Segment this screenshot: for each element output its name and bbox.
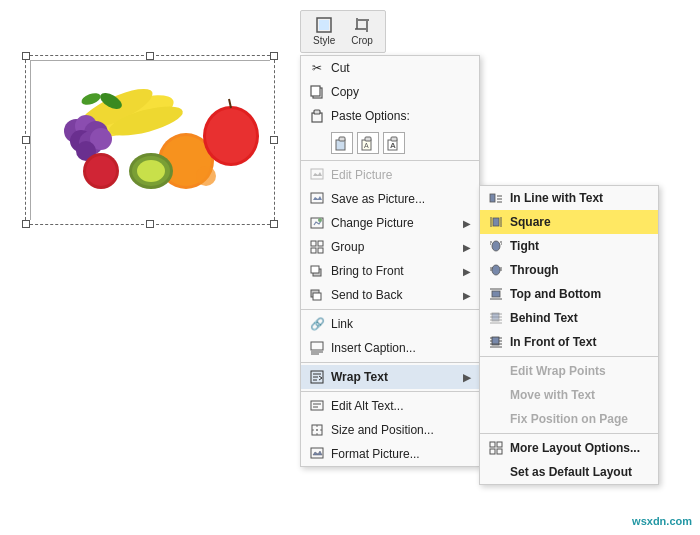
menu-item-bring-to-front[interactable]: Bring to Front ▶ [301,259,479,283]
handle-bottom-left[interactable] [22,220,30,228]
svg-rect-35 [339,137,345,141]
top-bottom-wrap-icon [486,286,506,302]
svg-point-45 [318,218,322,222]
svg-point-20 [86,156,116,186]
separator-4 [301,391,479,392]
svg-point-76 [492,241,500,251]
fix-position-icon [486,411,506,427]
svg-rect-54 [311,342,323,350]
send-to-back-icon [307,287,327,303]
svg-rect-46 [311,241,316,246]
inline-wrap-icon [486,190,506,206]
menu-item-group[interactable]: Group ▶ [301,235,479,259]
menu-item-wrap-text[interactable]: Wrap Text ▶ In Line with Text Square [301,365,479,389]
paste-keep-source[interactable] [331,132,353,154]
menu-item-size-and-position[interactable]: Size and Position... [301,418,479,442]
in-front-wrap-icon [486,334,506,350]
separator-3 [301,362,479,363]
handle-bottom-right[interactable] [270,220,278,228]
toolbar: Style Crop [300,10,386,53]
submenu-separator-2 [480,433,658,434]
submenu-item-square[interactable]: Square [480,210,658,234]
submenu-item-behind-text[interactable]: Behind Text [480,306,658,330]
size-position-icon [307,422,327,438]
menu-item-change-picture[interactable]: Change Picture ▶ [301,211,479,235]
link-icon: 🔗 [307,316,327,332]
svg-rect-103 [311,401,323,410]
handle-top-right[interactable] [270,52,278,60]
more-layout-icon [486,440,506,456]
handle-top-left[interactable] [22,52,30,60]
handle-middle-left[interactable] [22,136,30,144]
handle-bottom-middle[interactable] [146,220,154,228]
svg-rect-65 [493,218,499,226]
submenu-item-top-bottom[interactable]: Top and Bottom [480,282,658,306]
paste-merge-format[interactable]: A [357,132,379,154]
wrap-text-submenu: In Line with Text Square Tight [479,185,659,485]
send-to-back-arrow: ▶ [463,290,471,301]
move-with-text-icon [486,387,506,403]
wrap-text-icon [307,369,327,385]
handle-top-middle[interactable] [146,52,154,60]
crop-button[interactable]: Crop [347,15,377,48]
group-arrow: ▶ [463,242,471,253]
submenu-item-more-layout[interactable]: More Layout Options... [480,436,658,460]
svg-rect-48 [311,248,316,253]
menu-item-save-as-picture[interactable]: Save as Picture... [301,187,479,211]
through-wrap-icon [486,262,506,278]
behind-text-wrap-icon [486,310,506,326]
svg-rect-25 [319,20,329,30]
menu-item-cut[interactable]: ✂ Cut [301,56,479,80]
format-picture-icon [307,446,327,462]
svg-point-14 [206,109,256,163]
save-as-picture-icon [307,191,327,207]
menu-item-send-to-back[interactable]: Send to Back ▶ [301,283,479,307]
submenu-item-tight[interactable]: Tight [480,234,658,258]
svg-rect-42 [311,169,323,179]
svg-rect-101 [490,449,495,454]
square-wrap-icon [486,214,506,230]
svg-rect-86 [492,291,500,297]
menu-item-paste-options-label: Paste Options: [301,104,479,128]
svg-point-18 [137,160,165,182]
insert-caption-icon [307,340,327,356]
tight-wrap-icon [486,238,506,254]
separator-1 [301,160,479,161]
handle-middle-right[interactable] [270,136,278,144]
submenu-item-through[interactable]: Through [480,258,658,282]
submenu-item-edit-wrap: Edit Wrap Points [480,359,658,383]
separator-2 [301,309,479,310]
svg-rect-100 [497,442,502,447]
paste-keep-text[interactable]: A [383,132,405,154]
svg-rect-49 [318,248,323,253]
menu-item-edit-alt-text[interactable]: Edit Alt Text... [301,394,479,418]
submenu-separator-1 [480,356,658,357]
submenu-item-inline[interactable]: In Line with Text [480,186,658,210]
group-icon [307,239,327,255]
svg-rect-102 [497,449,502,454]
cut-icon: ✂ [307,60,327,76]
svg-rect-47 [318,241,323,246]
watermark: wsxdn.com [632,515,692,527]
style-button[interactable]: Style [309,15,339,48]
bring-to-front-arrow: ▶ [463,266,471,277]
submenu-item-set-default[interactable]: Set as Default Layout [480,460,658,484]
svg-rect-31 [311,86,320,96]
menu-item-copy[interactable]: Copy [301,80,479,104]
svg-point-81 [492,265,500,275]
menu-item-link[interactable]: 🔗 Link [301,312,479,336]
menu-item-insert-caption[interactable]: Insert Caption... [301,336,479,360]
submenu-item-in-front[interactable]: In Front of Text [480,330,658,354]
svg-rect-37 [365,137,371,141]
context-menu: ✂ Cut Copy Paste Options: A A Edit Pictu [300,55,480,467]
submenu-item-move-with-text: Move with Text [480,383,658,407]
fruit-image [30,60,270,220]
svg-rect-43 [311,193,323,203]
menu-item-edit-picture: Edit Picture [301,163,479,187]
paste-options-row: A A [301,128,479,158]
menu-item-format-picture[interactable]: Format Picture... [301,442,479,466]
change-picture-icon [307,215,327,231]
bring-to-front-icon [307,263,327,279]
edit-picture-icon [307,167,327,183]
svg-rect-61 [490,194,495,202]
